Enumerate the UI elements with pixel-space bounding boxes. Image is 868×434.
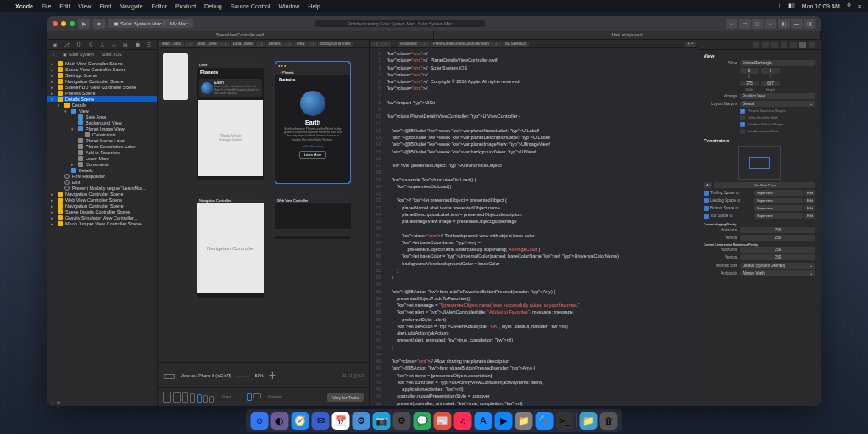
run-button[interactable]: ▶ (78, 19, 90, 29)
menu-view[interactable]: View (78, 3, 91, 9)
vertical-compression[interactable]: 750 (740, 254, 815, 260)
report-nav-icon[interactable]: ☰ (146, 42, 152, 47)
notification-center-icon[interactable]: ≡ (858, 3, 861, 9)
dock-app[interactable]: ⚙ (353, 412, 370, 430)
safe-area-margins-check[interactable]: ✓ (740, 122, 745, 127)
dock-app[interactable]: A (475, 412, 492, 430)
outline-item[interactable]: ▸Planets Scene (47, 90, 157, 96)
outline-item[interactable]: Add to Favorites (47, 149, 157, 155)
constraint-diagram[interactable] (738, 146, 781, 180)
tab-scene-vc[interactable]: SceneViewController.swift (47, 31, 434, 39)
outline-item[interactable]: ▸SceneHUD View Controller Scene (47, 84, 157, 90)
library-button[interactable]: + (726, 19, 737, 29)
canvas-scroll[interactable]: Done Planets EarthEarth is the third pla… (158, 48, 369, 362)
device-selector[interactable] (163, 392, 214, 403)
size-class[interactable]: This Size Class (714, 182, 815, 188)
dock-app[interactable]: 📅 (332, 412, 350, 430)
dock-item[interactable]: 🗑 (600, 412, 618, 430)
project-nav-icon[interactable]: ▣ (52, 42, 58, 47)
identity-inspector-icon[interactable] (781, 42, 787, 48)
outline-item[interactable]: ▸Navigation Controller Scene (47, 191, 157, 197)
menu-find[interactable]: Find (99, 3, 111, 9)
version-editor-button[interactable]: ↔ (765, 19, 776, 29)
find-nav-icon[interactable]: ⚲ (87, 42, 93, 47)
horizontal-hugging[interactable]: 250 (740, 227, 815, 233)
toggle-inspector-button[interactable]: ◨ (804, 19, 815, 29)
horizontal-compression[interactable]: 750 (740, 247, 815, 253)
dock-app[interactable]: >_ (556, 412, 574, 430)
spotlight-icon[interactable]: ⚲ (847, 3, 851, 9)
vary-traits-button[interactable]: Vary for Traits (327, 393, 364, 402)
show-selector[interactable]: Frame Rectangle⌄ (740, 60, 815, 66)
nav-controller-scene[interactable]: Navigation Controller Navigation Control… (197, 197, 264, 298)
planets-scene[interactable]: Done Planets EarthEarth is the third pla… (197, 61, 264, 180)
layout-margins-selector[interactable]: Default⌄ (740, 101, 815, 107)
outline-item[interactable]: ▸Scene View Controller Scene (47, 66, 157, 72)
outline-item[interactable]: ▸Settings Scene (47, 72, 157, 78)
battery-icon[interactable]: ▮▯ (788, 3, 795, 9)
safe-area-guide-check[interactable] (740, 129, 745, 134)
y-field[interactable]: 0 (761, 68, 780, 74)
menu-editor[interactable]: Editor (152, 3, 167, 9)
outline-toggle-icon[interactable]: ▭ (163, 367, 175, 383)
outline-item[interactable]: First Responder (47, 173, 157, 179)
outline-item[interactable]: ▸Main View Controller Scene (47, 60, 157, 66)
height-field[interactable]: 667 (761, 81, 780, 86)
zoom-level[interactable]: 51% (255, 373, 264, 378)
outline-item[interactable]: ▸Navigation Controller Scene (47, 78, 157, 84)
intrinsic-size-selector[interactable]: Default (System Defined)⌄ (740, 263, 815, 269)
dock-app[interactable]: 📷 (373, 412, 391, 430)
arrange-selector[interactable]: Position View⌄ (740, 93, 815, 99)
web-view-scene[interactable]: Web View Controller (275, 197, 351, 239)
outline-item[interactable]: Constraints (47, 131, 157, 137)
attributes-inspector-icon[interactable] (790, 42, 797, 48)
readable-width-check[interactable] (740, 115, 745, 120)
outline-item[interactable]: Planet Name Label (47, 137, 157, 143)
source-editor[interactable]: 1234567891011121314151617181920212223242… (370, 48, 698, 406)
outline-item[interactable]: Safe Area (47, 114, 157, 120)
menu-navigate[interactable]: Navigate (120, 3, 143, 9)
close-button[interactable] (53, 21, 58, 26)
standard-editor-button[interactable]: ▭ (739, 19, 751, 29)
breakpoint-nav-icon[interactable]: ⬣ (135, 42, 141, 47)
menu-debug[interactable]: Debug (204, 3, 222, 9)
learn-more-button[interactable]: Learn More (299, 151, 326, 159)
dock-app[interactable]: ▶ (495, 412, 513, 430)
ambiguity-selector[interactable]: Always Verify⌄ (740, 270, 815, 276)
dock-app[interactable]: ☺ (251, 412, 269, 430)
dock-app[interactable]: ♫ (454, 412, 472, 430)
preserve-margins-check[interactable]: ✓ (740, 108, 745, 114)
outline-item[interactable]: Planet Description Label (47, 143, 157, 149)
orientation-selector[interactable] (247, 393, 261, 401)
outline-item[interactable]: ▾Details Scene (47, 96, 157, 102)
issue-nav-icon[interactable]: ⚠ (99, 42, 105, 47)
outline-item[interactable]: Learn More (47, 155, 157, 161)
menu-help[interactable]: Help (308, 3, 320, 9)
zoom-button[interactable] (70, 21, 75, 26)
view-as-label[interactable]: View as: iPhone 8 (wC hR) (181, 373, 231, 378)
outline-item[interactable]: ▸Gravity Simulator View Controller... (47, 214, 157, 220)
minimize-button[interactable] (61, 21, 66, 26)
history-inspector-icon[interactable] (762, 42, 769, 48)
menu-edit[interactable]: Edit (59, 3, 70, 9)
outline-item[interactable]: ▾Planet Image View (47, 125, 157, 131)
menu-product[interactable]: Product (175, 3, 196, 9)
help-inspector-icon[interactable] (771, 42, 778, 48)
menu-window[interactable]: Window (278, 3, 299, 9)
dock-app[interactable]: ✉ (312, 412, 330, 430)
dock-app[interactable]: ⚙ (393, 412, 411, 430)
debug-nav-icon[interactable]: ▤ (123, 42, 129, 47)
outline-item[interactable]: ▸Moon Jumper View Controller Scene (47, 220, 157, 226)
dock-app[interactable]: 🔨 (536, 412, 554, 430)
dock-app[interactable]: 📁 (515, 412, 533, 430)
scene-thumbnail[interactable] (163, 53, 188, 100)
file-inspector-icon[interactable] (753, 42, 760, 48)
x-field[interactable]: 0 (740, 68, 759, 74)
outline-item[interactable]: ▾View (47, 108, 157, 114)
dock-app[interactable]: 📰 (434, 412, 452, 430)
dock-app[interactable]: 🧭 (292, 412, 309, 430)
symbol-nav-icon[interactable]: {} (75, 42, 81, 47)
size-inspector-icon[interactable] (799, 42, 806, 48)
planet-cell[interactable]: EarthEarth is the third planet from the … (199, 79, 262, 97)
jump-bar[interactable]: Main...oard〈Main...cene〈Deta...cene〈Deta… (158, 40, 369, 48)
